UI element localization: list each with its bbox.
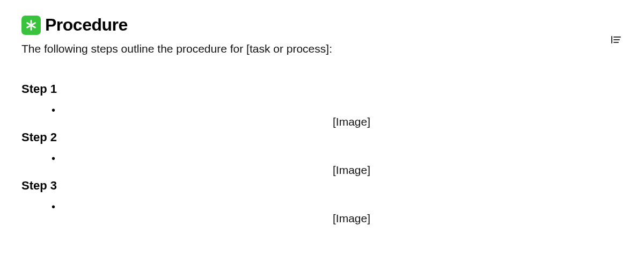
step-1-block: Step 1 • [Image] [21,82,623,115]
asterisk-badge-icon [21,16,41,35]
page-title[interactable]: Procedure [45,15,128,35]
outline-toggle[interactable] [610,33,623,46]
step-3-title[interactable]: Step 3 [21,179,623,193]
outline-icon [611,36,621,43]
step-2-block: Step 2 • [Image] [21,130,623,164]
step-2-image-placeholder[interactable]: [Image] [333,164,370,177]
page-heading: Procedure [21,15,623,35]
step-1-title[interactable]: Step 1 [21,82,623,96]
step-2-title[interactable]: Step 2 [21,130,623,144]
step-3-image-placeholder[interactable]: [Image] [333,212,370,225]
step-1-image-placeholder[interactable]: [Image] [333,115,370,128]
intro-paragraph[interactable]: The following steps outline the procedur… [21,42,623,55]
step-3-block: Step 3 • [Image] [21,179,623,212]
step-1-bullet[interactable]: • [21,105,623,115]
step-2-bullet[interactable]: • [21,153,623,164]
step-3-bullet[interactable]: • [21,201,623,212]
